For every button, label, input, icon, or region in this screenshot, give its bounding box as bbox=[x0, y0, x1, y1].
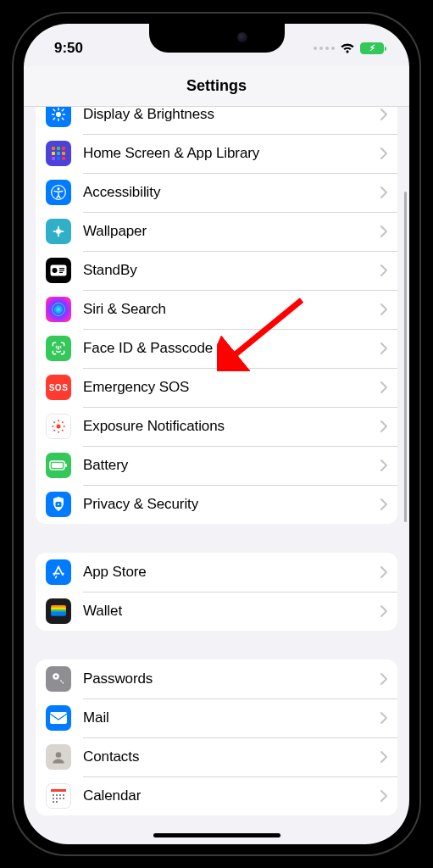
cell-label: Face ID & Passcode bbox=[83, 340, 375, 357]
chevron-right-icon bbox=[380, 712, 387, 724]
cell-label: Contacts bbox=[83, 748, 375, 765]
svg-rect-9 bbox=[62, 157, 65, 160]
svg-point-27 bbox=[62, 430, 64, 431]
cell-battery[interactable]: Battery bbox=[36, 446, 397, 485]
privacy-icon bbox=[46, 492, 71, 517]
cell-label: Siri & Search bbox=[83, 301, 375, 318]
svg-rect-8 bbox=[57, 157, 60, 160]
chevron-right-icon bbox=[380, 751, 387, 763]
app-store-icon bbox=[46, 559, 71, 585]
cell-accessibility[interactable]: Accessibility bbox=[36, 173, 397, 212]
chevron-right-icon bbox=[380, 498, 387, 510]
cell-contacts[interactable]: Contacts bbox=[36, 737, 397, 776]
chevron-right-icon bbox=[380, 673, 387, 685]
svg-point-11 bbox=[58, 187, 60, 190]
cell-wallpaper[interactable]: Wallpaper bbox=[36, 212, 397, 251]
cell-mail[interactable]: Mail bbox=[36, 698, 397, 737]
cell-face-id-passcode[interactable]: Face ID & Passcode bbox=[36, 329, 397, 368]
settings-group: App Store Wallet bbox=[36, 553, 397, 631]
cell-display-brightness[interactable]: Display & Brightness bbox=[36, 107, 397, 134]
mail-icon bbox=[46, 705, 71, 731]
cell-label: Wallet bbox=[83, 603, 375, 620]
svg-point-41 bbox=[56, 752, 62, 758]
svg-rect-7 bbox=[52, 157, 55, 160]
settings-group: Display & Brightness Home Screen & App L… bbox=[36, 107, 397, 524]
cell-label: Wallpaper bbox=[83, 223, 375, 240]
nav-bar: Settings bbox=[24, 66, 409, 107]
phone-screen: 9:50 ⚡︎ Settings Display & Brightness bbox=[24, 24, 409, 844]
svg-point-51 bbox=[53, 801, 54, 803]
svg-rect-3 bbox=[62, 147, 65, 150]
svg-point-26 bbox=[53, 430, 55, 431]
wallet-icon bbox=[46, 598, 71, 624]
chevron-right-icon bbox=[380, 420, 387, 432]
cell-calendar[interactable]: Calendar bbox=[36, 776, 397, 815]
settings-group: Passwords Mail Contacts bbox=[36, 659, 397, 815]
phone-frame: 9:50 ⚡︎ Settings Display & Brightness bbox=[12, 12, 421, 856]
svg-rect-6 bbox=[62, 152, 65, 155]
cell-label: Emergency SOS bbox=[83, 379, 375, 396]
cell-passwords[interactable]: Passwords bbox=[36, 659, 397, 698]
chevron-right-icon bbox=[380, 108, 387, 120]
exposure-icon bbox=[46, 414, 71, 439]
cell-home-screen-app-library[interactable]: Home Screen & App Library bbox=[36, 134, 397, 173]
chevron-right-icon bbox=[380, 342, 387, 354]
cell-standby[interactable]: StandBy bbox=[36, 251, 397, 290]
svg-rect-2 bbox=[57, 147, 60, 150]
svg-rect-16 bbox=[59, 270, 64, 270]
svg-point-50 bbox=[63, 798, 64, 799]
svg-rect-17 bbox=[59, 272, 63, 273]
cell-emergency-sos[interactable]: SOS Emergency SOS bbox=[36, 368, 397, 407]
svg-point-24 bbox=[53, 421, 55, 423]
face-id-icon bbox=[46, 336, 71, 361]
display-brightness-icon bbox=[46, 107, 71, 127]
svg-rect-5 bbox=[57, 152, 60, 155]
cell-label: Battery bbox=[83, 457, 375, 474]
cell-privacy-security[interactable]: Privacy & Security bbox=[36, 485, 397, 524]
cell-label: Calendar bbox=[83, 787, 375, 804]
svg-point-48 bbox=[56, 798, 58, 799]
cell-exposure-notifications[interactable]: Exposure Notifications bbox=[36, 407, 397, 446]
passwords-icon bbox=[46, 666, 71, 692]
cell-siri-search[interactable]: Siri & Search bbox=[36, 290, 397, 329]
notch bbox=[149, 24, 285, 53]
chevron-right-icon bbox=[380, 459, 387, 471]
svg-rect-30 bbox=[65, 464, 67, 467]
contacts-icon bbox=[46, 744, 71, 770]
chevron-right-icon bbox=[380, 303, 387, 315]
siri-icon bbox=[46, 297, 71, 322]
settings-list[interactable]: Display & Brightness Home Screen & App L… bbox=[24, 107, 409, 844]
chevron-right-icon bbox=[380, 790, 387, 802]
svg-point-23 bbox=[64, 426, 65, 427]
cell-label: StandBy bbox=[83, 262, 375, 279]
chevron-right-icon bbox=[380, 225, 387, 237]
svg-rect-4 bbox=[52, 152, 55, 155]
chevron-right-icon bbox=[380, 264, 387, 276]
svg-rect-42 bbox=[51, 789, 66, 792]
cell-label: Passwords bbox=[83, 670, 375, 687]
wallpaper-icon bbox=[46, 219, 71, 244]
svg-point-19 bbox=[57, 425, 61, 429]
svg-point-52 bbox=[56, 801, 58, 803]
chevron-right-icon bbox=[380, 147, 387, 159]
svg-point-12 bbox=[56, 229, 61, 234]
cell-label: Privacy & Security bbox=[83, 496, 375, 513]
cell-app-store[interactable]: App Store bbox=[36, 553, 397, 592]
cell-label: Accessibility bbox=[83, 184, 375, 201]
scrollbar[interactable] bbox=[404, 192, 407, 522]
svg-rect-29 bbox=[52, 463, 63, 468]
home-indicator[interactable] bbox=[153, 833, 280, 837]
chevron-right-icon bbox=[380, 605, 387, 617]
standby-icon bbox=[46, 258, 71, 283]
wifi-icon bbox=[340, 42, 355, 54]
svg-point-32 bbox=[58, 504, 59, 505]
svg-rect-1 bbox=[52, 147, 55, 150]
svg-point-14 bbox=[53, 268, 58, 273]
battery-charging-icon: ⚡︎ bbox=[360, 42, 384, 54]
page-title: Settings bbox=[186, 77, 247, 95]
svg-point-0 bbox=[56, 112, 61, 117]
svg-rect-40 bbox=[50, 712, 67, 724]
svg-point-45 bbox=[59, 794, 61, 796]
svg-point-49 bbox=[59, 798, 61, 799]
cell-wallet[interactable]: Wallet bbox=[36, 592, 397, 631]
